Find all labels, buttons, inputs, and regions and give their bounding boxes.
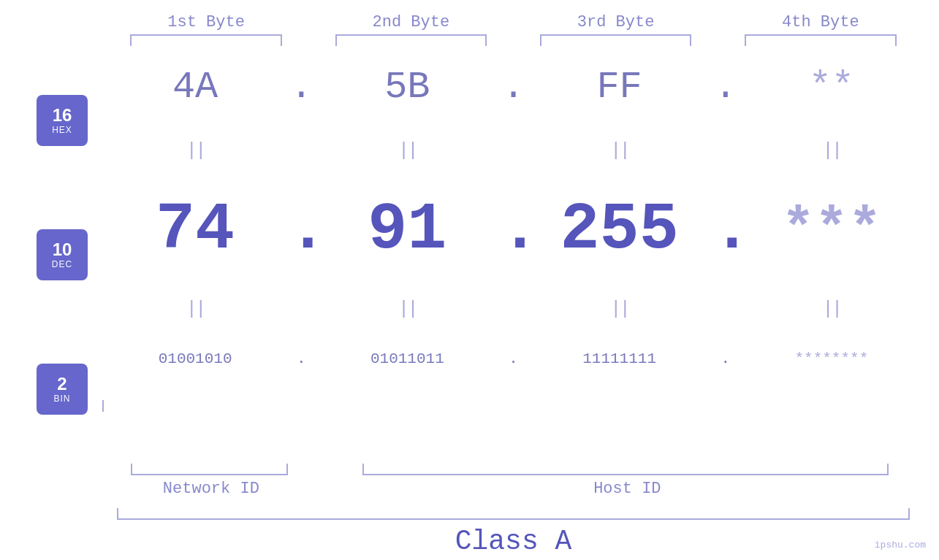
eq-row-1: || || || || xyxy=(102,139,924,161)
bottom-brackets-row xyxy=(117,464,910,475)
full-bottom-bracket xyxy=(117,508,910,520)
byte1-header: 1st Byte xyxy=(117,13,295,31)
hex-row: 4A . 5B . FF . ** xyxy=(102,66,924,109)
bin-b4: ******** xyxy=(739,350,924,367)
watermark: ipshu.com xyxy=(875,538,926,551)
eq-row-2: || || || || xyxy=(102,298,924,320)
bin-b1: 01001010 xyxy=(102,350,288,367)
hex-dot3: . xyxy=(712,66,739,109)
byte3-header: 3rd Byte xyxy=(527,13,705,31)
dec-badge: 10 DEC xyxy=(37,229,88,280)
dec-b3: 255 xyxy=(527,197,712,263)
bin-b2: 01011011 xyxy=(314,350,500,367)
class-label: Class A xyxy=(117,526,910,557)
bin-dot2: . xyxy=(501,350,527,367)
dec-dot3: . xyxy=(712,193,739,267)
bin-b3: 11111111 xyxy=(527,350,712,367)
host-id-label: Host ID xyxy=(345,480,910,498)
hex-b2: 5B xyxy=(314,66,500,109)
host-bracket-outer xyxy=(341,464,910,475)
byte4-header: 4th Byte xyxy=(731,13,910,31)
page-container: 1st Byte 2nd Byte 3rd Byte 4th Byte xyxy=(0,0,939,560)
bracket-top-4 xyxy=(731,34,910,46)
hex-b4: ** xyxy=(739,66,924,109)
bin-dot1: . xyxy=(288,350,314,367)
bottom-brackets xyxy=(102,400,924,412)
network-bracket-outer xyxy=(117,464,302,475)
badges-column: 16 HEX 10 DEC 2 BIN xyxy=(22,46,102,464)
bin-row: 01001010 . 01011011 . 11111111 . xyxy=(102,350,924,367)
hex-b1: 4A xyxy=(102,66,288,109)
bin-badge: 2 BIN xyxy=(37,364,88,415)
dec-b4: *** xyxy=(739,199,924,261)
hex-b3: FF xyxy=(527,66,712,109)
hex-dot2: . xyxy=(501,66,527,109)
bracket-top-1 xyxy=(117,34,295,46)
network-id-label: Network ID xyxy=(117,480,305,498)
hex-dot1: . xyxy=(288,66,314,109)
id-labels-row: Network ID Host ID xyxy=(117,480,910,498)
hex-badge: 16 HEX xyxy=(37,95,88,146)
bin-dot3: . xyxy=(712,350,739,367)
bracket-top-2 xyxy=(322,34,500,46)
dec-b1: 74 xyxy=(102,197,288,263)
dec-dot1: . xyxy=(288,193,314,267)
bracket-top-3 xyxy=(527,34,705,46)
byte2-header: 2nd Byte xyxy=(322,13,500,31)
dec-row: 74 . 91 . 255 . *** xyxy=(102,193,924,267)
dec-b2: 91 xyxy=(314,197,500,263)
bottom-section: Network ID Host ID Class A xyxy=(117,464,910,557)
dec-dot2: . xyxy=(501,193,527,267)
